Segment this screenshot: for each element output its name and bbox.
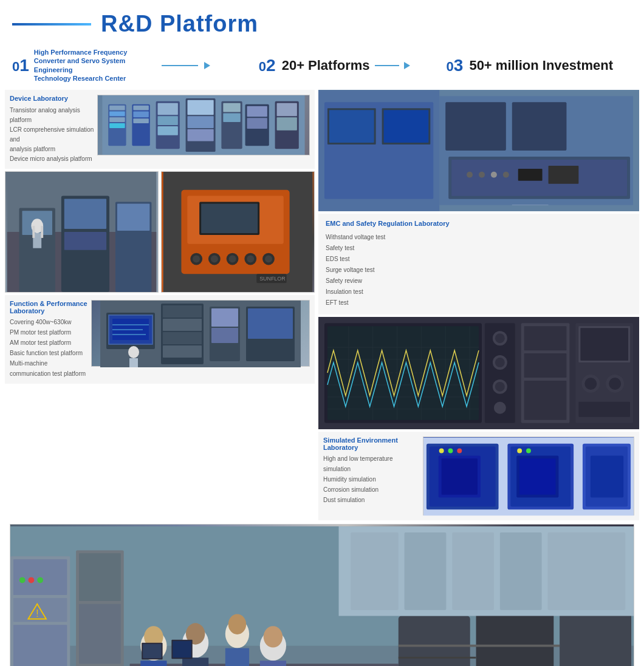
svg-rect-16	[188, 116, 214, 128]
svg-rect-83	[384, 110, 429, 143]
svg-point-50	[229, 256, 236, 263]
svg-point-75	[128, 346, 139, 358]
svg-point-138	[439, 449, 444, 454]
device-lab-text: Device Laboratory Transistor analog anal…	[10, 95, 95, 164]
page-header: R&D Platform	[0, 0, 644, 43]
svg-rect-5	[109, 123, 125, 128]
badge-02-number: 02	[259, 57, 276, 74]
svg-rect-22	[247, 106, 267, 117]
svg-rect-182	[173, 641, 191, 658]
svg-point-52	[247, 256, 254, 263]
svg-point-95	[503, 172, 509, 178]
svg-rect-26	[277, 117, 297, 131]
svg-rect-25	[277, 103, 297, 117]
svg-rect-66	[163, 305, 202, 318]
svg-rect-23	[247, 118, 267, 129]
emc-title: EMC and Safety Regulation Laboratory	[326, 220, 632, 227]
svg-text:SUNFLOR: SUNFLOR	[259, 276, 286, 282]
page-title: R&D Platform	[101, 11, 258, 37]
func-lab-item-2: PM motor test platform	[10, 327, 89, 338]
svg-point-129	[584, 378, 597, 390]
svg-point-175	[228, 614, 246, 634]
svg-point-94	[491, 172, 497, 178]
device-lab-item-4: Device micro analysis platform	[10, 154, 95, 164]
svg-rect-13	[158, 126, 178, 135]
svg-rect-17	[188, 129, 214, 141]
svg-point-46	[193, 256, 200, 263]
svg-point-131	[609, 378, 621, 390]
badge-03-label: 50+ million Investment	[469, 58, 613, 73]
svg-rect-156	[13, 625, 67, 666]
main-content: Device Laboratory Transistor analog anal…	[0, 90, 644, 666]
svg-rect-72	[211, 328, 238, 343]
sim-env-text: Simulated Environment Laboratory High an…	[323, 437, 420, 515]
svg-rect-39	[41, 226, 43, 238]
svg-point-48	[211, 256, 218, 263]
svg-rect-149	[591, 456, 623, 498]
svg-rect-8	[133, 112, 148, 118]
svg-rect-89	[512, 102, 567, 151]
svg-point-145	[517, 449, 522, 454]
left-panel: Device Laboratory Transistor analog anal…	[5, 90, 315, 520]
svg-rect-20	[223, 114, 240, 123]
svg-rect-199	[547, 532, 625, 610]
right-top-photo	[318, 90, 639, 211]
device-lab-photo	[97, 95, 310, 155]
svg-rect-15	[188, 100, 214, 115]
svg-rect-81	[329, 110, 374, 143]
func-lab-text: Function & Performance Laboratory Coveri…	[10, 300, 89, 379]
svg-rect-96	[518, 169, 543, 181]
sim-env-item-1: High and low temperature simulation	[323, 454, 420, 474]
func-lab-item-6: communication test platform	[10, 369, 89, 379]
svg-point-161	[37, 577, 43, 583]
func-lab-item-5: Multi-machine	[10, 358, 89, 369]
func-lab-section: Function & Performance Laboratory Coveri…	[5, 295, 315, 384]
svg-rect-124	[524, 381, 567, 420]
badge-03: 03 50+ million Investment	[447, 57, 613, 74]
svg-rect-88	[445, 102, 506, 151]
device-lab-section: Device Laboratory Transistor analog anal…	[5, 90, 315, 169]
svg-rect-3	[109, 112, 125, 117]
device-lab-item-3: analysis platform	[10, 144, 95, 154]
sim-env-item-4: Dust simulation	[323, 495, 420, 505]
svg-rect-177	[260, 661, 286, 666]
svg-rect-144	[519, 459, 555, 495]
emc-item-4: Surge voltage test	[326, 265, 632, 276]
svg-rect-67	[163, 319, 202, 331]
device-lab-title: Device Laboratory	[10, 95, 95, 102]
machine1-photo	[5, 171, 159, 293]
svg-point-115	[495, 333, 505, 343]
svg-point-92	[467, 172, 473, 178]
svg-rect-4	[109, 117, 125, 122]
badge-02: 02 20+ Platforms	[259, 57, 370, 74]
svg-rect-71	[211, 308, 238, 327]
svg-rect-9	[133, 118, 148, 123]
emc-row: EMC and Safety Regulation Laboratory Wit…	[318, 214, 639, 314]
emc-item-6: Insulation test	[326, 287, 632, 297]
svg-point-139	[448, 449, 453, 454]
func-lab-item-4: Basic function test platform	[10, 348, 89, 358]
emc-item-5: Safety review	[326, 276, 632, 287]
svg-rect-7	[133, 106, 148, 110]
sim-env-title: Simulated Environment Laboratory	[323, 437, 420, 451]
svg-point-178	[264, 626, 283, 647]
equipment-row: SUNFLOR	[5, 171, 315, 293]
oscilloscope-photo	[318, 317, 639, 429]
svg-rect-164	[79, 604, 121, 664]
svg-rect-127	[580, 328, 628, 361]
emc-item-2: Safety test	[326, 243, 632, 254]
svg-rect-32	[64, 199, 106, 229]
func-lab-title: Function & Performance Laboratory	[10, 300, 89, 314]
svg-point-119	[495, 382, 505, 392]
machine2-photo: SUNFLOR	[161, 171, 315, 293]
sim-env-photo	[423, 437, 634, 515]
svg-rect-76	[129, 358, 138, 367]
svg-rect-2	[109, 106, 125, 110]
sim-env-section: Simulated Environment Laboratory High an…	[318, 432, 639, 520]
svg-rect-11	[158, 103, 178, 115]
header-line	[12, 23, 91, 25]
svg-rect-163	[79, 554, 121, 602]
svg-point-120	[494, 402, 506, 414]
sim-env-item-2: Humidity simulation	[323, 474, 420, 484]
svg-rect-12	[158, 116, 178, 125]
